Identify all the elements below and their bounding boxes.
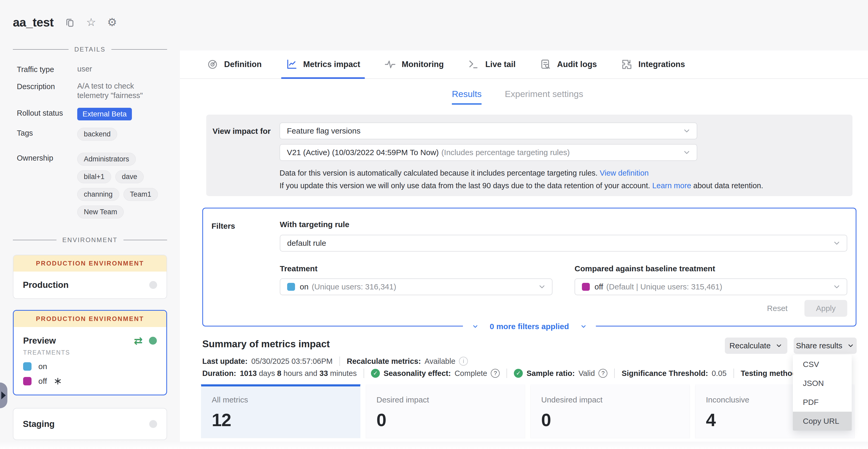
duration-label: Duration:: [202, 369, 236, 378]
treatment-select[interactable]: on (Unique users: 316,341): [280, 278, 553, 295]
tag-chip[interactable]: backend: [77, 128, 117, 141]
significance-threshold-label: Significance Threshold:: [622, 369, 708, 378]
subtab-experiment-settings[interactable]: Experiment settings: [505, 89, 583, 103]
favorite-star-icon[interactable]: ☆: [86, 17, 96, 28]
seasonality-label: Seasonality effect:: [383, 369, 451, 378]
view-impact-panel: View impact for Feature flag versions V2…: [206, 115, 852, 196]
default-asterisk-icon: [54, 377, 62, 385]
production-environment-banner: PRODUCTION ENVIRONMENT: [14, 311, 166, 327]
owner-chip[interactable]: bilal+1: [77, 170, 111, 183]
divider-line: [112, 49, 167, 50]
apply-button[interactable]: Apply: [804, 300, 847, 317]
rollout-status-badge[interactable]: External Beta: [77, 108, 132, 120]
question-icon[interactable]: ?: [491, 369, 500, 378]
summary-meta-row-1: Last update: 05/30/2025 03:57:06PM Recal…: [202, 356, 468, 366]
treatment-row-on: on: [23, 362, 157, 371]
reset-button[interactable]: Reset: [767, 304, 787, 313]
divider: [506, 368, 507, 378]
targeting-rule-select[interactable]: default rule: [280, 235, 847, 251]
page-title: aa_test: [13, 15, 54, 29]
copy-icon[interactable]: [65, 17, 75, 28]
more-filters-toggle[interactable]: 0 more filters applied: [463, 321, 596, 333]
share-menu-item-pdf[interactable]: PDF: [793, 393, 852, 412]
tab-audit-logs[interactable]: Audit logs: [540, 51, 597, 78]
divider: [364, 368, 364, 378]
flag-header: aa_test ☆ ⚙: [0, 0, 180, 29]
significance-threshold-value: 0.05: [712, 369, 726, 378]
ownership-row: Ownership Administratorsbilal+1davechann…: [17, 153, 166, 223]
duration-value: 1013 days 8 hours and 33 minutes: [240, 369, 357, 378]
description-label: Description: [17, 81, 77, 91]
environment-card-production[interactable]: PRODUCTION ENVIRONMENT Production: [13, 255, 167, 299]
baseline-select[interactable]: off (Default | Unique users: 315,461): [575, 278, 847, 295]
view-definition-link[interactable]: View definition: [600, 169, 649, 177]
metric-card-value: 0: [376, 410, 525, 430]
subtab-results[interactable]: Results: [452, 89, 482, 104]
info-icon[interactable]: i: [459, 357, 468, 366]
tab-label: Metrics impact: [303, 60, 360, 69]
sidebar-collapse-handle[interactable]: [0, 383, 7, 408]
learn-more-link[interactable]: Learn more: [652, 181, 691, 190]
recalculate-metrics-label: Recalculate metrics:: [347, 357, 421, 366]
tab-metrics-impact[interactable]: Metrics impact: [286, 51, 360, 78]
metric-summary-cards: All metrics 12 Desired impact 0 Undesire…: [201, 384, 855, 438]
impact-source-select[interactable]: Feature flag versions: [280, 122, 697, 139]
metric-card-all-metrics[interactable]: All metrics 12: [201, 384, 361, 438]
traffic-type-row: Traffic type user: [17, 64, 166, 74]
owner-chip[interactable]: dave: [115, 170, 144, 183]
treatment-label: Treatment: [280, 264, 553, 273]
environment-card-staging[interactable]: Staging: [13, 408, 167, 440]
owner-chip[interactable]: Team1: [123, 188, 158, 201]
filters-form: With targeting rule default rule Treatme…: [280, 220, 847, 295]
question-icon[interactable]: ?: [598, 369, 608, 378]
tab-definition[interactable]: Definition: [207, 51, 262, 78]
environment-heading: ENVIRONMENT: [13, 236, 167, 244]
line-chart-icon: [286, 59, 298, 70]
tab-label: Live tail: [485, 60, 516, 69]
version-helper-text: Data for this version is automatically c…: [280, 169, 649, 177]
summary-title: Summary of metrics impact: [202, 338, 330, 350]
traffic-type-label: Traffic type: [17, 64, 77, 74]
metric-card-value: 0: [541, 410, 690, 430]
metric-card-label: Desired impact: [376, 395, 525, 404]
baseline-label: Compared against baseline treatment: [575, 264, 847, 273]
description-value: A/A test to check telemetry "fairness": [77, 81, 164, 100]
share-results-button[interactable]: Share results: [794, 337, 857, 354]
owner-chip[interactable]: New Team: [77, 206, 124, 218]
owner-chip[interactable]: channing: [77, 188, 119, 201]
share-menu-item-json[interactable]: JSON: [793, 374, 852, 393]
environment-card-preview[interactable]: PRODUCTION ENVIRONMENT Preview ⇄ TREATME…: [13, 310, 167, 395]
filters-card: Filters With targeting rule default rule…: [202, 208, 857, 327]
tab-integrations[interactable]: Integrations: [621, 51, 685, 78]
share-results-menu: CSV JSON PDF Copy URL: [793, 355, 852, 430]
ownership-label: Ownership: [17, 153, 77, 162]
share-menu-item-csv[interactable]: CSV: [793, 355, 852, 374]
view-impact-label: View impact for: [213, 127, 271, 136]
duration-hours-word: hours and: [281, 369, 319, 378]
description-row: Description A/A test to check telemetry …: [17, 81, 166, 100]
tab-label: Monitoring: [402, 60, 444, 69]
share-menu-item-copy-url[interactable]: Copy URL: [793, 412, 852, 430]
treatment-off-label: off: [38, 377, 47, 386]
tab-live-tail[interactable]: Live tail: [468, 51, 516, 78]
recalculate-button-label: Recalculate: [730, 341, 771, 350]
chevron-down-icon: [580, 323, 587, 330]
divider-line: [123, 240, 167, 240]
duration-days-num: 1013: [240, 369, 257, 378]
audit-log-icon: [540, 59, 552, 70]
version-helper-body: Data for this version is automatically c…: [280, 169, 598, 177]
metric-card-undesired-impact[interactable]: Undesired impact 0: [530, 384, 690, 438]
metric-card-label: Undesired impact: [541, 395, 690, 404]
metric-card-desired-impact[interactable]: Desired impact 0: [366, 384, 525, 438]
gear-icon[interactable]: ⚙: [107, 17, 117, 28]
tab-label: Integrations: [639, 60, 685, 69]
tab-monitoring[interactable]: Monitoring: [384, 51, 444, 78]
recalculate-button[interactable]: Recalculate: [725, 337, 787, 354]
check-circle-icon: ✓: [514, 369, 523, 378]
divider-line: [13, 49, 68, 50]
divider: [614, 368, 615, 378]
chevron-down-icon: [833, 239, 841, 247]
owner-chip[interactable]: Administrators: [77, 153, 136, 166]
version-select[interactable]: V21 (Active) (10/03/2022 04:59PM To Now)…: [280, 144, 697, 161]
retention-helper-suffix: about data retention.: [693, 181, 763, 190]
